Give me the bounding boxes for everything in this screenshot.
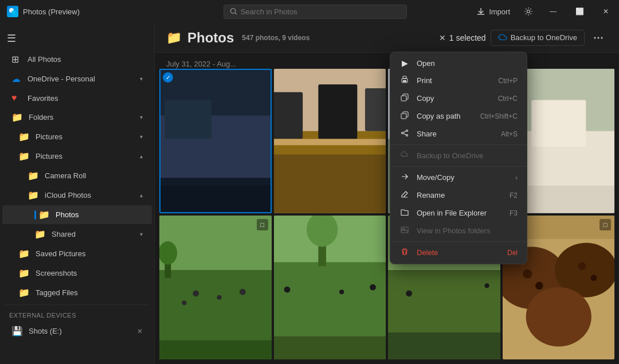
eject-icon[interactable]: ✕ (137, 327, 143, 335)
svg-rect-70 (401, 113, 406, 119)
sidebar-item-saved-pictures[interactable]: 📁 Saved Pictures (2, 244, 152, 263)
copy-icon (399, 93, 410, 103)
close-button[interactable]: ✕ (593, 0, 619, 23)
drive-icon: 💾 (11, 326, 23, 336)
photos-icon (399, 226, 410, 236)
window-controls: — ⬜ ✕ (540, 0, 619, 23)
onedrive-icon (498, 33, 507, 42)
svg-point-62 (590, 275, 597, 281)
folder-icon: 📁 (18, 248, 30, 259)
cm-move-copy[interactable]: Move/Copy › (390, 169, 527, 186)
folder-icon: 📁 (11, 112, 23, 123)
cm-open[interactable]: ▶ Open (390, 54, 527, 72)
minimize-button[interactable]: — (540, 0, 566, 23)
svg-rect-31 (159, 216, 272, 270)
sidebar-item-photos[interactable]: 📁 Photos (2, 205, 152, 224)
cm-rename[interactable]: Rename F2 (390, 186, 527, 204)
cm-divider (390, 144, 527, 145)
ellipsis-icon (594, 37, 603, 39)
svg-point-46 (339, 289, 344, 294)
cm-print[interactable]: Print Ctrl+P (390, 72, 527, 89)
chevron-down-icon: ▾ (140, 231, 143, 237)
sidebar-item-favorites[interactable]: ♥ Favorites (2, 89, 152, 107)
page-title-area: 📁 Photos 547 photos, 9 videos (166, 30, 310, 46)
sidebar-item-pictures1[interactable]: 📁 Pictures ▾ (2, 127, 152, 146)
import-button[interactable]: Import (469, 5, 517, 18)
rename-icon (399, 190, 410, 200)
svg-rect-12 (159, 186, 272, 213)
svg-line-3 (234, 13, 236, 14)
sidebar-item-label: Saved Pictures (36, 249, 85, 258)
delete-icon (399, 248, 410, 257)
maximize-button[interactable]: ⬜ (566, 0, 593, 23)
page-subtitle: 547 photos, 9 videos (242, 34, 310, 42)
sidebar-item-all-photos[interactable]: ⊞ All Photos (2, 50, 152, 69)
svg-rect-11 (164, 100, 211, 139)
sidebar-item-tagged-files[interactable]: 📁 Tagged Files (2, 283, 152, 302)
sidebar-item-folders[interactable]: 📁 Folders ▾ (2, 108, 152, 127)
sidebar-item-shared[interactable]: 📁 Shared ▾ (2, 225, 152, 244)
selection-bar: ✕ 1 selected (439, 33, 486, 42)
svg-point-60 (535, 281, 543, 289)
svg-rect-54 (388, 332, 500, 359)
cm-copy[interactable]: Copy Ctrl+C (390, 89, 527, 107)
svg-line-75 (403, 134, 406, 135)
svg-point-37 (240, 288, 246, 295)
svg-point-5 (594, 37, 596, 38)
search-box[interactable] (224, 5, 407, 19)
share-icon (399, 129, 410, 139)
svg-rect-19 (274, 155, 386, 213)
cm-label: Open in File Explorer (417, 209, 503, 217)
folder-icon: 📁 (28, 170, 39, 181)
submenu-arrow: › (515, 174, 518, 182)
sidebar-item-shots[interactable]: 💾 Shots (E:) ✕ (2, 322, 152, 340)
photo-cell[interactable] (274, 69, 386, 213)
photo-cell[interactable]: □ (159, 216, 272, 360)
shortcut-label: F2 (510, 191, 518, 199)
import-icon (476, 7, 485, 16)
backup-label: Backup to OneDrive (511, 33, 577, 42)
photo-thumbnail (159, 216, 272, 360)
svg-point-53 (406, 290, 412, 296)
svg-rect-39 (159, 340, 272, 359)
svg-rect-66 (403, 80, 406, 82)
settings-button[interactable] (519, 2, 538, 21)
photo-cell[interactable]: ✓ (159, 69, 272, 213)
svg-point-38 (182, 300, 186, 305)
backup-onedrive-button[interactable]: Backup to OneDrive (491, 30, 585, 46)
photo-thumbnail (274, 216, 386, 360)
sidebar-item-label: Photos (56, 210, 79, 219)
sidebar-item-pictures2[interactable]: 📁 Pictures ▴ (2, 147, 152, 166)
svg-rect-68 (401, 96, 406, 101)
svg-rect-16 (318, 84, 357, 139)
sidebar-item-icloud[interactable]: 📁 iCloud Photos ▴ (2, 186, 152, 205)
chevron-up-icon: ▴ (140, 192, 143, 198)
cm-copy-path[interactable]: Copy as path Ctrl+Shift+C (390, 107, 527, 125)
explorer-icon (399, 208, 410, 218)
cm-open-explorer[interactable]: Open in File Explorer F3 (390, 204, 527, 222)
shortcut-label: F3 (510, 209, 518, 217)
svg-point-7 (601, 37, 603, 38)
open-icon: ▶ (399, 58, 410, 68)
hamburger-menu[interactable]: ☰ (0, 28, 154, 49)
chevron-down-icon: ▾ (140, 114, 143, 120)
context-menu: ▶ Open Print Ctrl+P Copy (390, 52, 527, 264)
select-corner: □ (257, 219, 268, 230)
more-options-button[interactable] (589, 29, 608, 47)
cm-share[interactable]: Share Alt+S (390, 125, 527, 143)
sidebar-item-screenshots[interactable]: 📁 Screenshots (2, 264, 152, 283)
title-bar-left: Photos (Preview) (0, 6, 160, 17)
cm-delete[interactable]: Delete Del (390, 244, 527, 261)
search-container (160, 5, 469, 19)
chevron-up-icon: ▴ (140, 153, 143, 159)
svg-point-47 (370, 284, 376, 290)
clear-selection-button[interactable]: ✕ (439, 33, 446, 42)
search-input[interactable] (241, 7, 401, 16)
photo-cell[interactable] (274, 216, 386, 360)
page-title: Photos (187, 30, 234, 46)
cm-label: Rename (417, 191, 503, 199)
svg-rect-28 (531, 100, 586, 147)
folder-icon: 📁 (18, 151, 30, 162)
sidebar-item-onedrive[interactable]: ☁ OneDrive - Personal ▾ (2, 69, 152, 88)
sidebar-item-camera-roll[interactable]: 📁 Camera Roll (2, 166, 152, 185)
